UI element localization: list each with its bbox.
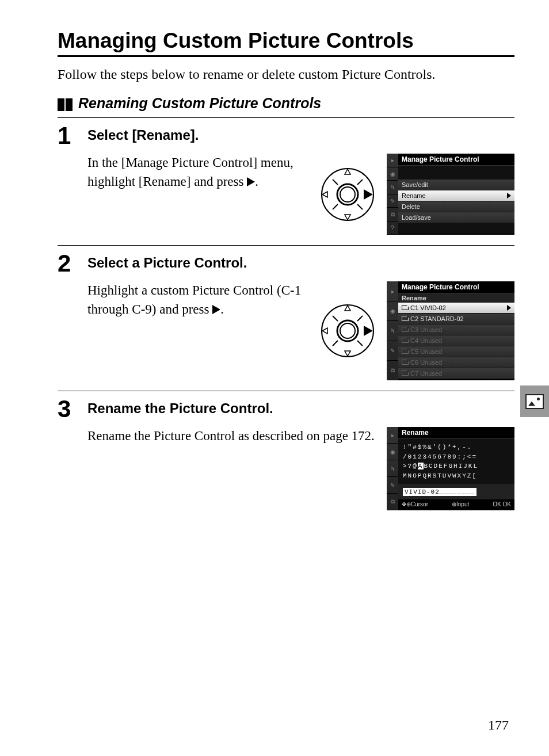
lcd-rename-list: ▸ ◉ Ϟ ✎ ⧉ Manage Picture Control Rename …	[387, 281, 514, 380]
svg-line-7	[333, 180, 338, 185]
menu-item: Delete	[398, 201, 514, 212]
svg-point-13	[340, 323, 355, 338]
lcd-tab-icon: ◉	[387, 301, 398, 321]
svg-line-8	[357, 180, 363, 185]
svg-point-2	[340, 187, 355, 202]
right-arrow-icon	[247, 177, 255, 186]
lcd-tab-icon: ✎	[387, 341, 398, 361]
svg-marker-14	[345, 306, 350, 311]
picture-control-item: C5 Unused	[398, 346, 514, 357]
lcd-tab-icon: ◉	[387, 167, 398, 181]
lcd-tab-icon: Ϟ	[387, 460, 398, 477]
subheading-text: Renaming Custom Picture Controls	[78, 95, 321, 112]
step-3: 3 Rename the Picture Control. Rename the…	[58, 391, 514, 521]
svg-marker-16	[322, 328, 327, 334]
right-arrow-icon	[507, 305, 511, 311]
svg-line-19	[357, 316, 363, 321]
svg-line-10	[357, 204, 363, 209]
menu-item: Load/save	[398, 212, 514, 223]
svg-marker-15	[345, 351, 350, 356]
svg-marker-17	[364, 326, 373, 336]
step-heading: Rename the Picture Control.	[87, 400, 514, 417]
svg-marker-5	[322, 192, 327, 197]
picture-control-item: C1 VIVID-02	[398, 303, 514, 314]
page-number: 177	[488, 717, 509, 733]
lcd-rename-keyboard: ▸ ◉ Ϟ ✎ ⧉ Rename !"#$%&'()*+,-. /0123456…	[387, 427, 514, 510]
multi-selector-icon	[319, 302, 376, 360]
lcd-hints: ✥⊕Cursor ⊕Input OK OK	[398, 499, 514, 509]
lcd-title: Rename	[398, 427, 514, 439]
section-subheading: Renaming Custom Picture Controls	[58, 95, 514, 112]
lcd-tab-icon: ▸	[387, 281, 398, 301]
lcd-subtitle: Rename	[398, 293, 514, 303]
step-text: In the [Manage Picture Control] menu, hi…	[87, 154, 311, 190]
lcd-tab-icon: ▸	[387, 154, 398, 167]
svg-line-18	[333, 316, 338, 321]
rename-input-row: VIVID-02________	[398, 484, 514, 499]
lcd-tab-icon: ◉	[387, 444, 398, 460]
svg-marker-4	[345, 215, 350, 220]
step-number: 1	[58, 124, 78, 235]
hint-ok: OK OK	[493, 501, 511, 507]
step-2: 2 Select a Picture Control. Highlight a …	[58, 245, 514, 391]
intro-text: Follow the steps below to rename or dele…	[58, 65, 514, 83]
multi-selector-icon	[319, 166, 376, 223]
right-arrow-icon	[212, 305, 220, 314]
step-text: Highlight a custom Picture Control (C-1 …	[87, 281, 311, 318]
picture-section-icon	[520, 385, 549, 417]
lcd-tab-icon: ✎	[387, 477, 398, 494]
picture-control-item: C4 Unused	[398, 335, 514, 346]
lcd-tab-icon: ⧉	[387, 494, 398, 510]
lcd-tab-icon: ✎	[387, 194, 398, 208]
svg-line-9	[333, 204, 338, 209]
lcd-tab-icon: ⧉	[387, 208, 398, 222]
picture-control-item: C6 Unused	[398, 357, 514, 368]
rename-input-value: VIVID-02________	[403, 488, 476, 496]
menu-item: Save/edit	[398, 180, 514, 190]
hint-input: ⊕Input	[452, 501, 469, 507]
lcd-title: Manage Picture Control	[398, 154, 514, 166]
svg-marker-3	[345, 169, 350, 174]
picture-control-item: C3 Unused	[398, 324, 514, 335]
step-number: 2	[58, 251, 78, 380]
hint-cursor: ✥⊕Cursor	[402, 501, 428, 507]
lcd-title: Manage Picture Control	[398, 281, 514, 293]
lcd-manage-menu: ▸ ◉ Ϟ ✎ ⧉ ? Manage Picture Control Save/…	[387, 154, 514, 235]
heading-marker-icon	[58, 95, 74, 112]
page-title: Managing Custom Picture Controls	[58, 29, 514, 57]
step-number: 3	[58, 397, 78, 510]
picture-control-item: C2 STANDARD-02	[398, 314, 514, 324]
menu-item-selected: Rename	[398, 190, 514, 201]
lcd-tab-icon: ▸	[387, 427, 398, 444]
lcd-tab-icon: ⧉	[387, 361, 398, 380]
step-heading: Select a Picture Control.	[87, 255, 514, 271]
step-heading: Select [Rename].	[87, 127, 514, 143]
picture-control-item: C7 Unused	[398, 368, 514, 379]
lcd-tab-icon: Ϟ	[387, 181, 398, 194]
lcd-tab-icon: Ϟ	[387, 321, 398, 341]
step-1: 1 Select [Rename]. In the [Manage Pictur…	[58, 117, 514, 245]
character-grid: !"#$%&'()*+,-. /0123456789:;<= >?@ABCDEF…	[398, 439, 514, 484]
step-text: Rename the Picture Control as described …	[87, 427, 379, 445]
svg-marker-6	[364, 189, 373, 200]
svg-line-20	[333, 341, 338, 346]
lcd-tab-icon: ?	[387, 222, 398, 235]
svg-line-21	[357, 341, 363, 346]
right-arrow-icon	[507, 193, 511, 198]
